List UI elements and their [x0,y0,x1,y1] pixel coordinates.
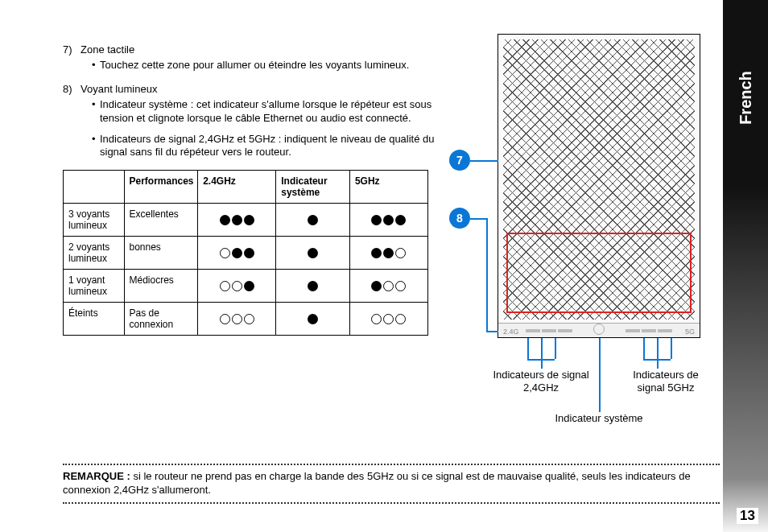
table-header-system: Indicateur système [276,171,350,204]
callout-badge-8: 8 [449,208,470,229]
note-label: REMARQUE : [63,470,130,482]
dotted-rule [63,464,720,465]
table-row: 2 voyants lumineux bonnes [64,237,428,270]
row-5ghz [349,204,427,237]
label-signal-5: Indicateurs de signal 5GHz [621,369,710,394]
row-perf: Pas de connexion [124,303,198,336]
row-sys [276,237,350,270]
strip-bars-24g [526,329,572,332]
row-perf: Médiocres [124,270,198,303]
label-system-indicator: Indicateur système [543,412,655,425]
leader-line [486,218,488,331]
strip-system-icon [593,324,605,335]
table-header-empty [64,171,125,204]
row-perf: bonnes [124,237,198,270]
leader-line [486,331,498,332]
item-bullet: Indicateurs de signal 2,4GHz et 5GHz : i… [92,133,441,159]
leader-line [470,160,498,162]
item-7: 7) Zone tactile Touchez cette zone pour … [63,43,441,72]
row-24ghz [198,303,276,336]
row-label: 1 voyant lumineux [64,270,125,303]
row-5ghz [349,270,427,303]
leader-line [599,338,601,412]
note-body: si le routeur ne prend pas en charge la … [63,470,691,496]
device-body: 2.4G 5G [498,34,700,338]
language-label: French [737,71,755,125]
leader-line [555,338,556,359]
device-led-strip: 2.4G 5G [498,323,700,337]
note-text: REMARQUE : si le routeur ne prend pas en… [63,470,720,497]
row-24ghz [198,237,276,270]
item-number: 8) [63,83,81,95]
item-title: Voyant lumineux [81,83,441,95]
item-bullet: Indicateur système : cet indicateur s'al… [92,98,441,125]
leader-line [657,359,659,369]
row-24ghz [198,204,276,237]
row-label: 2 voyants lumineux [64,237,125,270]
item-number: 7) [63,43,81,56]
table-header-perf: Performances [124,171,198,204]
leader-line [657,338,659,359]
row-24ghz [198,270,276,303]
leader-line [541,338,543,359]
strip-label-24g: 2.4G [503,328,519,336]
strip-label-5g: 5G [685,328,695,336]
table-row: 1 voyant lumineux Médiocres [64,270,428,303]
strip-bars-5g [626,329,672,332]
note-block: REMARQUE : si le routeur ne prend pas en… [63,459,720,509]
page-number: 13 [737,508,758,524]
dotted-rule [63,502,720,504]
text-content: 7) Zone tactile Touchez cette zone pour … [63,43,441,336]
row-sys [276,303,350,336]
item-8: 8) Voyant lumineux Indicateur système : … [63,83,441,159]
row-label: Éteints [64,303,125,336]
callout-badge-7: 7 [449,150,470,171]
table-row: 3 voyants lumineux Excellentes [64,204,428,237]
label-signal-24: Indicateurs de signal 2,4GHz [493,369,589,394]
table-header-5ghz: 5GHz [349,171,427,204]
leader-line [527,338,529,359]
table-header-24ghz: 2.4GHz [198,171,276,204]
row-5ghz [349,303,427,336]
item-bullet: Touchez cette zone pour allumer ou étein… [92,59,441,72]
table-row: Éteints Pas de connexion [64,303,428,336]
leader-line [671,338,672,359]
leader-line [541,359,543,369]
leader-line [643,338,645,359]
row-perf: Excellentes [124,204,198,237]
leader-line [470,218,486,220]
touch-zone-highlight [506,233,692,313]
item-title: Zone tactile [81,43,441,56]
device-illustration: 2.4G 5G [498,34,700,338]
led-performance-table: Performances 2.4GHz Indicateur système 5… [63,170,428,336]
row-5ghz [349,237,427,270]
language-side-tab: French [723,0,768,532]
row-label: 3 voyants lumineux [64,204,125,237]
row-sys [276,270,350,303]
row-sys [276,204,350,237]
